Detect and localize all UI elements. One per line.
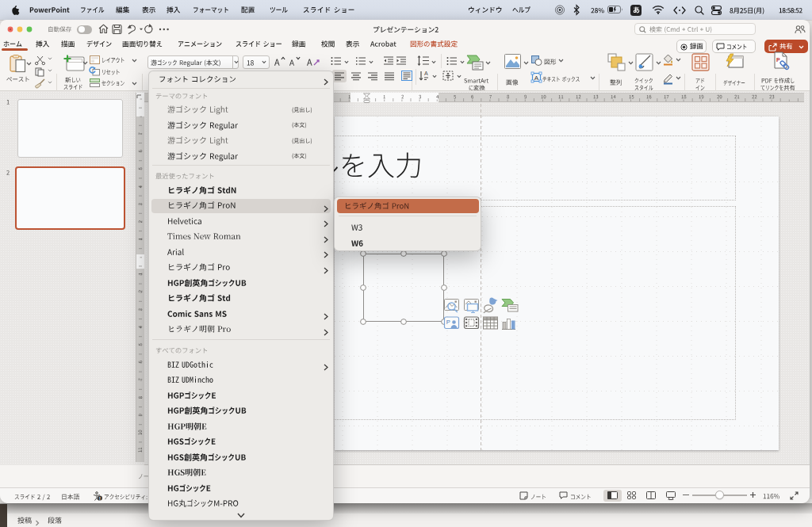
svg-text:A: A [534,74,539,82]
svg-text:A: A [424,71,428,76]
svg-text:!: ! [99,496,101,501]
svg-text:P: P [776,57,780,63]
svg-text:P: P [446,319,450,326]
